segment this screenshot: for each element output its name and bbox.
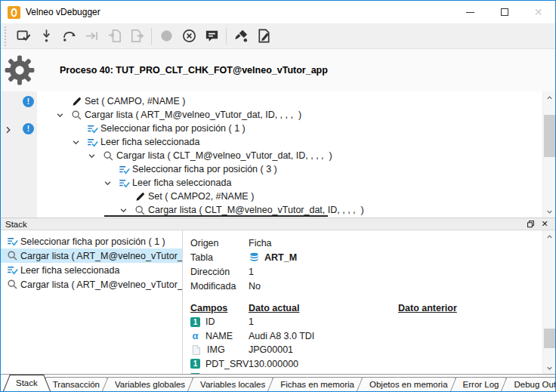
step-over-icon <box>61 28 77 44</box>
edit-doc-icon <box>256 28 272 44</box>
tab-fichas-en-memoria[interactable]: Fichas en memoria <box>267 377 367 391</box>
tree-row[interactable]: Set ( CAMPO2, #NAME ) <box>37 190 542 203</box>
tree-scrollbar-thumb[interactable] <box>544 115 555 157</box>
tree-row[interactable]: Cargar lista ( CLT_M@velneo_vTutor_dat, … <box>37 149 542 162</box>
edit-script-button[interactable] <box>252 25 275 48</box>
float-panel-icon <box>527 220 535 228</box>
toolbar-separator <box>151 28 152 45</box>
scroll-down-icon[interactable] <box>543 362 556 374</box>
field-name: NAME <box>205 331 233 341</box>
breakpoint-gutter[interactable]: !! <box>1 91 37 218</box>
stack-item[interactable]: Leer ficha seleccionada <box>1 263 182 277</box>
process-header: Proceso 40: TUT_PRO_CLT_CHK_FOT@velneo_v… <box>1 49 555 91</box>
chevron-down-icon[interactable] <box>67 135 84 149</box>
stack-item[interactable]: Cargar lista ( ART_M@velneo_vTutor_d... <box>1 248 182 263</box>
detail-label: Tabla <box>190 252 249 263</box>
tab-label: Fichas en memoria <box>280 380 354 389</box>
chevron-spacer <box>115 190 131 203</box>
step-into-subprocess-button[interactable] <box>103 25 125 48</box>
stack-item[interactable]: Cargar lista ( ART_M@velneo_vTutor_d... <box>1 277 182 292</box>
field-name: PDT_SRV <box>205 359 249 369</box>
stack-details: OrigenFichaTablaART_MDirección1Modificad… <box>183 230 555 374</box>
stack-panel-header: Stack ✕ <box>1 218 555 230</box>
step-out-subprocess-button[interactable] <box>125 25 148 48</box>
step-into-button[interactable] <box>35 25 57 48</box>
script-tree-section: !! Set ( CAMPO, #NAME )Cargar lista ( AR… <box>1 91 555 218</box>
tab-variables-globales[interactable]: Variables globales <box>102 377 198 391</box>
field-row: 1ID1 <box>190 315 555 329</box>
search-icon <box>5 278 20 292</box>
tree-row-label: Cargar lista ( CLT_M@velneo_vTutor_dat, … <box>148 205 364 215</box>
details-scrollbar[interactable] <box>542 230 555 374</box>
tree-row[interactable]: Leer ficha seleccionada <box>37 176 542 190</box>
listcheck-icon <box>116 162 132 176</box>
scroll-up-icon[interactable] <box>543 91 556 103</box>
breakpoint-badge[interactable]: ! <box>23 96 34 107</box>
listcheck-icon <box>84 122 100 135</box>
gear-icon <box>4 54 36 86</box>
scroll-down-icon[interactable] <box>543 205 556 218</box>
detail-row: Dirección1 <box>190 264 555 279</box>
tab-stack[interactable]: Stack <box>3 375 51 391</box>
maximize-button[interactable] <box>487 1 521 23</box>
details-scrollbar-thumb[interactable] <box>544 329 555 348</box>
tree-row[interactable]: Seleccionar ficha por posición ( 1 ) <box>37 122 542 135</box>
step-over-button[interactable] <box>57 25 80 48</box>
record-icon <box>159 28 175 44</box>
doc-step-in-icon <box>107 28 122 44</box>
window-title: Velneo vDebugger <box>26 7 453 17</box>
tree-scrollbar[interactable] <box>542 91 555 218</box>
tree-row[interactable]: Leer ficha seleccionada <box>37 135 542 149</box>
toolbar-separator <box>226 28 227 45</box>
chevron-down-icon[interactable] <box>99 176 116 190</box>
numeric-field-icon: 1 <box>190 317 200 327</box>
vdebugger-window: Velneo vDebugger ✕ Proceso 40: TUT_PRO_C… <box>0 0 556 392</box>
tree-row-label: Seleccionar ficha por posición ( 1 ) <box>100 123 246 134</box>
chevron-down-icon[interactable] <box>83 149 100 162</box>
stack-item[interactable]: Seleccionar ficha por posición ( 1 ) <box>1 234 182 248</box>
stack-item-label: Cargar lista ( ART_M@velneo_vTutor_d... <box>20 279 183 290</box>
detail-row: ModificadaNo <box>190 279 555 293</box>
step-out-button[interactable] <box>80 25 103 48</box>
tab-variables-locales[interactable]: Variables locales <box>187 377 278 391</box>
record-button[interactable] <box>155 25 178 48</box>
listcheck-icon <box>84 135 100 149</box>
close-button[interactable]: ✕ <box>521 1 555 23</box>
field-actual-value: JPG00001 <box>249 344 398 355</box>
detail-label: Origen <box>190 238 249 248</box>
tab-objetos-en-memoria[interactable]: Objetos en memoria <box>357 377 461 391</box>
tree-row[interactable]: Set ( CAMPO, #NAME ) <box>37 94 542 108</box>
tree-row-label: Cargar lista ( CLT_M@velneo_vTutor_dat, … <box>116 150 332 161</box>
tab-label: Debug Output <box>514 380 556 389</box>
toggle-breakpoint-button[interactable] <box>230 25 252 48</box>
field-name: ID <box>205 316 215 327</box>
cancel-process-button[interactable] <box>178 25 200 48</box>
float-panel-button[interactable] <box>524 218 536 230</box>
tree-row[interactable]: Cargar lista ( ART_M@velneo_vTutor_dat, … <box>37 108 542 122</box>
pencil-icon <box>68 94 85 108</box>
field-actual-value: Audi A8 3.0 TDI <box>249 331 398 341</box>
close-panel-icon: ✕ <box>541 220 548 228</box>
detail-value: Ficha <box>249 238 272 248</box>
tree-row-label: Leer ficha seleccionada <box>132 177 231 188</box>
stack-item-label: Leer ficha seleccionada <box>20 265 119 276</box>
chevron-down-icon[interactable] <box>51 108 68 122</box>
close-icon: ✕ <box>534 7 543 17</box>
tree-row[interactable]: Seleccionar ficha por posición ( 3 ) <box>37 162 542 176</box>
scroll-up-icon[interactable] <box>543 230 556 242</box>
stack-item-label: Seleccionar ficha por posición ( 1 ) <box>20 236 165 247</box>
fields-col-dato-actual: Dato actual <box>249 303 398 313</box>
messages-button[interactable] <box>200 25 223 48</box>
tab-debug-output[interactable]: Debug Output <box>501 377 556 391</box>
tab-label: Stack <box>16 378 38 387</box>
breakpoint-badge[interactable]: ! <box>23 123 34 134</box>
stack-panel-title: Stack <box>5 220 522 229</box>
minimize-button[interactable] <box>453 1 487 23</box>
breakpoint-brush-icon <box>233 28 249 44</box>
titlebar[interactable]: Velneo vDebugger ✕ <box>1 1 555 23</box>
execute-until-breakpoint-button[interactable] <box>12 25 35 48</box>
toolbar-drag-handle[interactable] <box>5 26 8 46</box>
minimize-icon <box>466 12 474 13</box>
chevron-spacer <box>51 94 68 108</box>
close-panel-button[interactable]: ✕ <box>539 218 551 230</box>
